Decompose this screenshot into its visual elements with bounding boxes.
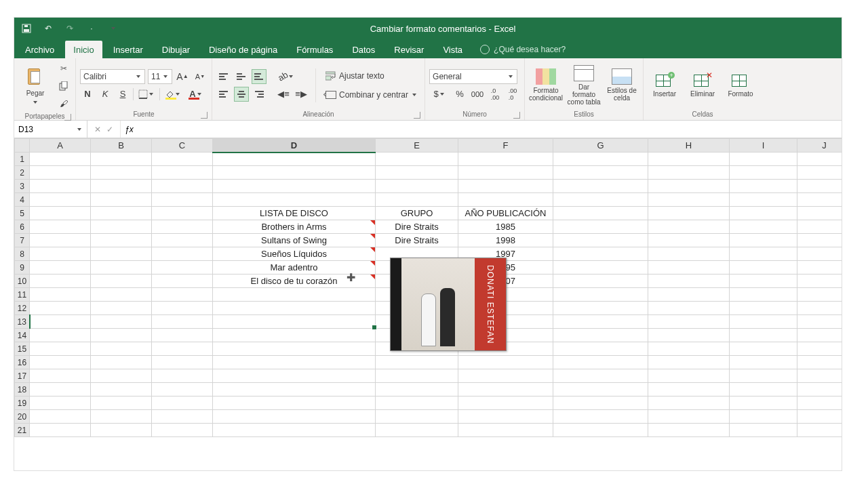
format-as-table-button[interactable]: Dar formato como tabla bbox=[567, 63, 601, 108]
cell[interactable] bbox=[730, 396, 797, 410]
col-header[interactable]: J bbox=[797, 139, 842, 152]
decrease-font-button[interactable]: A▼ bbox=[193, 69, 208, 84]
tab-home[interactable]: Inicio bbox=[65, 41, 102, 58]
cell[interactable] bbox=[553, 274, 648, 288]
row-header[interactable]: 15 bbox=[15, 342, 30, 356]
cell[interactable] bbox=[376, 193, 458, 207]
cell[interactable] bbox=[648, 274, 730, 288]
cell[interactable] bbox=[730, 356, 797, 369]
align-right-button[interactable] bbox=[252, 87, 267, 102]
format-painter-button[interactable] bbox=[56, 96, 71, 111]
underline-button[interactable]: S bbox=[115, 87, 130, 102]
cell[interactable] bbox=[376, 383, 458, 396]
cell[interactable] bbox=[730, 234, 797, 247]
cell[interactable] bbox=[30, 396, 91, 410]
cell[interactable] bbox=[91, 396, 152, 410]
cell[interactable]: 1998 bbox=[458, 234, 553, 247]
cell[interactable] bbox=[152, 193, 213, 207]
cell[interactable] bbox=[553, 369, 648, 383]
cell[interactable] bbox=[553, 342, 648, 356]
row-header[interactable]: 8 bbox=[15, 247, 30, 261]
increase-decimal-button[interactable]: .0.00 bbox=[488, 87, 502, 102]
row-header[interactable]: 6 bbox=[15, 220, 30, 234]
cell[interactable] bbox=[91, 356, 152, 369]
row-header[interactable]: 9 bbox=[15, 261, 30, 274]
row-header[interactable]: 12 bbox=[15, 302, 30, 315]
merge-center-button[interactable]: Combinar y centrar bbox=[323, 87, 420, 103]
cell[interactable] bbox=[152, 369, 213, 383]
cell[interactable] bbox=[30, 302, 91, 315]
enter-icon[interactable]: ✓ bbox=[106, 125, 113, 134]
tab-view[interactable]: Vista bbox=[435, 41, 471, 58]
cell[interactable] bbox=[152, 234, 213, 247]
cell[interactable] bbox=[797, 247, 842, 261]
cell[interactable] bbox=[91, 193, 152, 207]
cell[interactable] bbox=[648, 302, 730, 315]
cell[interactable] bbox=[648, 247, 730, 261]
cell[interactable]: GRUPO bbox=[376, 207, 458, 220]
row-header[interactable]: 13 bbox=[15, 315, 30, 329]
cell[interactable] bbox=[152, 410, 213, 424]
decrease-decimal-button[interactable]: .00.0 bbox=[505, 87, 520, 102]
cell[interactable] bbox=[553, 288, 648, 302]
cell[interactable] bbox=[553, 193, 648, 207]
cell[interactable] bbox=[376, 356, 458, 369]
cell[interactable] bbox=[152, 261, 213, 274]
cell[interactable] bbox=[213, 288, 376, 302]
cell[interactable] bbox=[152, 274, 213, 288]
align-center-button[interactable] bbox=[234, 87, 249, 102]
tab-draw[interactable]: Dibujar bbox=[154, 41, 198, 58]
cell[interactable] bbox=[91, 369, 152, 383]
cell[interactable] bbox=[730, 342, 797, 356]
paste-button[interactable]: Pegar bbox=[18, 64, 52, 108]
cell[interactable] bbox=[797, 234, 842, 247]
col-header[interactable]: B bbox=[91, 139, 152, 152]
cell[interactable] bbox=[458, 424, 553, 437]
cell[interactable] bbox=[648, 166, 730, 180]
cell[interactable] bbox=[730, 274, 797, 288]
cell[interactable] bbox=[730, 220, 797, 234]
tab-insert[interactable]: Insertar bbox=[105, 41, 151, 58]
cell[interactable] bbox=[376, 410, 458, 424]
row-header[interactable]: 3 bbox=[15, 180, 30, 193]
select-all-button[interactable] bbox=[15, 139, 30, 152]
cell[interactable] bbox=[152, 288, 213, 302]
cell[interactable] bbox=[30, 166, 91, 180]
cell[interactable] bbox=[213, 342, 376, 356]
cell[interactable] bbox=[730, 207, 797, 220]
cell[interactable] bbox=[376, 180, 458, 193]
cell[interactable] bbox=[376, 369, 458, 383]
cell[interactable] bbox=[30, 315, 91, 329]
cell[interactable] bbox=[648, 152, 730, 166]
dialog-launcher-icon[interactable] bbox=[201, 112, 208, 119]
cell[interactable] bbox=[376, 424, 458, 437]
tab-file[interactable]: Archivo bbox=[17, 41, 62, 58]
col-header[interactable]: A bbox=[30, 139, 91, 152]
cell[interactable] bbox=[91, 424, 152, 437]
col-header[interactable]: F bbox=[458, 139, 553, 152]
cell[interactable] bbox=[797, 342, 842, 356]
cell[interactable] bbox=[648, 342, 730, 356]
cell[interactable] bbox=[730, 410, 797, 424]
cell[interactable] bbox=[30, 274, 91, 288]
cell[interactable] bbox=[458, 152, 553, 166]
cell[interactable] bbox=[91, 329, 152, 342]
cell[interactable] bbox=[458, 410, 553, 424]
cell[interactable] bbox=[730, 315, 797, 329]
cell[interactable] bbox=[376, 152, 458, 166]
cell[interactable] bbox=[553, 315, 648, 329]
save-icon[interactable] bbox=[20, 22, 33, 35]
tab-formulas[interactable]: Fórmulas bbox=[288, 41, 341, 58]
cell[interactable] bbox=[553, 180, 648, 193]
wrap-text-button[interactable]: Ajustar texto bbox=[323, 68, 420, 84]
cell[interactable] bbox=[213, 166, 376, 180]
cell[interactable] bbox=[213, 302, 376, 315]
cell[interactable] bbox=[553, 234, 648, 247]
cell[interactable] bbox=[30, 424, 91, 437]
comma-style-button[interactable]: 000 bbox=[470, 87, 485, 102]
italic-button[interactable]: K bbox=[98, 87, 113, 102]
accounting-format-button[interactable]: $ bbox=[429, 87, 450, 102]
cell[interactable] bbox=[152, 220, 213, 234]
cell[interactable] bbox=[797, 152, 842, 166]
cell[interactable] bbox=[152, 396, 213, 410]
